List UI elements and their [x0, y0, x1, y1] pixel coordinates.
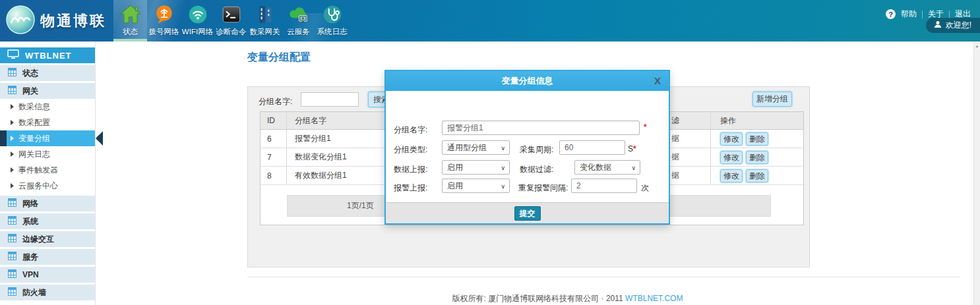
brand-logo-icon: [5, 5, 36, 37]
footer-link[interactable]: WTBLNET.COM: [625, 294, 683, 303]
search-input[interactable]: [301, 92, 359, 107]
sidebar-item-event-trigger[interactable]: 事件触发器: [0, 162, 95, 178]
sidebar-item-system[interactable]: 系统: [0, 213, 95, 229]
nav-item-diagnostic-command[interactable]: 诊断命令: [214, 0, 248, 42]
nav-item-cloud-service[interactable]: 云服务: [282, 0, 315, 42]
data-filter-select[interactable]: 变化数据 ∨: [574, 160, 640, 175]
sidebar-item-edge-interaction[interactable]: 边缘交互: [0, 231, 95, 247]
brand-name: 物通博联: [40, 11, 106, 31]
sidebar-item-variable-group[interactable]: 变量分组: [0, 130, 95, 146]
scroll-up-icon[interactable]: ▲: [974, 44, 980, 48]
alarm-report-select[interactable]: 启用 ∨: [442, 179, 510, 193]
delete-button[interactable]: 删除: [746, 151, 768, 164]
sidebar-item-daq-config[interactable]: 数采配置: [0, 115, 95, 130]
header-action: 操作: [711, 115, 803, 126]
sidebar-item-gateway-log[interactable]: 网关日志: [0, 146, 95, 162]
nav-label: 系统日志: [317, 27, 348, 37]
sidebar-header: WTBLNET: [0, 47, 95, 63]
sidebar-item-vpn[interactable]: VPN: [0, 267, 95, 283]
sidebar-item-firewall[interactable]: 防火墙: [0, 285, 95, 300]
nav-label: 云服务: [287, 27, 310, 37]
nav-label: 数采网关: [250, 27, 280, 37]
sidebar-item-status[interactable]: 状态: [0, 65, 95, 81]
nav-label: 诊断命令: [216, 27, 247, 37]
edit-button[interactable]: 修改: [720, 132, 743, 146]
help-link[interactable]: 帮助: [901, 9, 917, 20]
dialog-body: 分组名字: * 分组类型: 通用型分组 ∨ 采集周期: S* 数据上报: 启用 …: [386, 91, 669, 202]
link-divider: [949, 11, 950, 18]
syslog-icon: [321, 3, 344, 26]
required-asterisk: *: [644, 123, 647, 132]
grid-icon: [8, 252, 16, 262]
cell-filter-partial: 据: [665, 148, 711, 166]
variable-group-dialog: 变量分组信息 X 分组名字: * 分组类型: 通用型分组 ∨ 采集周期: S* …: [384, 70, 670, 225]
terminal-icon: [220, 3, 243, 26]
app-window: 物通博联 状态: [0, 0, 980, 305]
gateway-icon: [254, 3, 276, 26]
vertical-scrollbar[interactable]: ▲: [973, 42, 980, 305]
alarm-interval-input[interactable]: [571, 179, 637, 193]
period-unit: S*: [628, 144, 636, 153]
nav-item-dial-network[interactable]: 拨号网络: [147, 0, 181, 42]
data-report-label: 数据上报:: [394, 164, 427, 175]
footer-divider: [247, 277, 960, 277]
close-icon[interactable]: X: [654, 71, 661, 91]
submit-button[interactable]: 提交: [514, 206, 541, 221]
collect-period-label: 采集周期:: [520, 144, 553, 155]
cell-actions: 修改 删除: [711, 132, 803, 146]
required-asterisk: *: [633, 144, 636, 153]
grid-icon: [8, 216, 16, 227]
nav-item-system-log[interactable]: 系统日志: [315, 0, 349, 42]
data-filter-value: 变化数据: [580, 163, 611, 172]
cell-actions: 修改 删除: [711, 151, 803, 164]
sidebar-item-label: 数采配置: [18, 117, 50, 128]
active-item-notch-icon: [96, 131, 103, 146]
help-icon[interactable]: ?: [886, 9, 896, 19]
sidebar-item-network[interactable]: 网络: [0, 196, 95, 211]
data-report-value: 启用: [447, 163, 463, 172]
chevron-down-icon: ∨: [501, 142, 505, 155]
delete-button[interactable]: 删除: [746, 132, 768, 146]
user-icon: [934, 20, 942, 30]
footer-copyright: 版权所有: 厦门物通博联网络科技有限公司 · 2011 WTBLNET.COM: [175, 293, 960, 304]
edit-button[interactable]: 修改: [720, 169, 743, 182]
sidebar-item-daq-info[interactable]: 数采信息: [0, 99, 95, 115]
group-type-select[interactable]: 通用型分组 ∨: [442, 140, 510, 155]
group-name-input[interactable]: [442, 121, 640, 135]
copyright-year: 2011: [606, 294, 623, 303]
submenu-arrow-icon: [11, 136, 14, 141]
sidebar-item-label: 状态: [22, 68, 38, 79]
sidebar-item-cloud-center[interactable]: 云服务中心: [0, 178, 95, 194]
brand-logo: 物通博联: [5, 5, 106, 37]
home-icon: [119, 3, 142, 26]
nav-item-status[interactable]: 状态: [113, 0, 147, 42]
dialog-footer: 提交: [386, 202, 669, 223]
dial-network-icon: [153, 3, 175, 26]
sidebar-item-gateway[interactable]: 网关: [0, 83, 95, 99]
top-header: 物通博联 状态: [0, 0, 980, 42]
delete-button[interactable]: 删除: [746, 169, 768, 182]
collect-period-input[interactable]: [559, 140, 625, 155]
sidebar: WTBLNET 状态 网关 数采信息 数采配置 变量分组 网关日志: [0, 42, 96, 305]
sidebar-item-label: 服务: [22, 252, 38, 263]
welcome-text: 欢迎您!: [946, 20, 971, 31]
sidebar-item-service[interactable]: 服务: [0, 249, 95, 265]
submenu-arrow-icon: [11, 152, 14, 157]
submenu-arrow-icon: [11, 120, 14, 125]
header-id: ID: [260, 112, 287, 129]
submenu-arrow-icon: [11, 104, 14, 109]
chevron-down-icon: ∨: [501, 161, 505, 175]
data-filter-label: 数据过滤:: [520, 164, 553, 175]
sidebar-item-label: 事件触发器: [18, 165, 58, 176]
submenu-arrow-icon: [11, 167, 14, 173]
nav-item-daq-gateway[interactable]: 数采网关: [248, 0, 282, 42]
edit-button[interactable]: 修改: [720, 151, 743, 164]
alarm-report-value: 启用: [447, 181, 463, 190]
grid-icon: [8, 287, 16, 298]
top-nav: 状态 拨号网络: [113, 0, 349, 42]
group-type-value: 通用型分组: [447, 143, 487, 152]
welcome-badge[interactable]: 欢迎您!: [926, 18, 980, 33]
data-report-select[interactable]: 启用 ∨: [442, 160, 510, 175]
nav-item-wifi-network[interactable]: WIFI网络: [181, 0, 214, 42]
add-group-button[interactable]: 新增分组: [752, 92, 792, 107]
